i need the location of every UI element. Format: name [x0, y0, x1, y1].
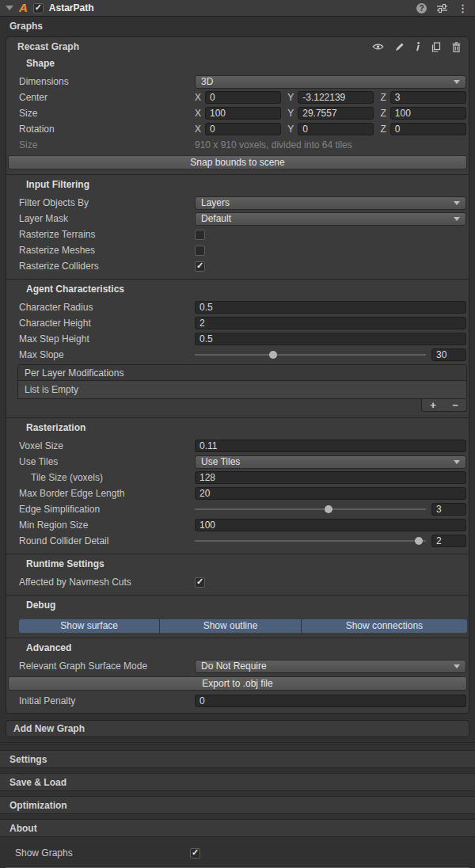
min-region-size-input[interactable]: 100	[195, 519, 466, 531]
show-connections-button[interactable]: Show connections	[302, 619, 467, 633]
voxel-size-label: Voxel Size	[19, 440, 195, 451]
presets-icon[interactable]	[437, 4, 447, 13]
edge-simplification-input[interactable]: 3	[431, 503, 466, 516]
axis-z-label: Z	[380, 108, 386, 119]
info-icon[interactable]	[416, 42, 420, 51]
help-icon[interactable]: ?	[416, 3, 427, 13]
surface-mode-dropdown[interactable]: Do Not Require	[195, 660, 466, 673]
size-label: Size	[19, 108, 195, 119]
rotation-z-input[interactable]: 0	[390, 123, 466, 135]
pencil-icon[interactable]	[395, 42, 405, 51]
input-filtering-section: Input Filtering Filter Objects By Layers…	[6, 174, 469, 274]
center-x-input[interactable]: 0	[205, 91, 281, 104]
layer-mask-dropdown[interactable]: Default	[195, 212, 466, 226]
axis-x-label: X	[195, 108, 201, 119]
section-optimization[interactable]: Optimization	[0, 796, 475, 814]
slider-handle[interactable]	[325, 505, 332, 513]
show-surface-button[interactable]: Show surface	[19, 619, 159, 633]
round-collider-detail-slider[interactable]	[195, 535, 426, 547]
axis-z-label: Z	[380, 92, 386, 103]
rasterize-meshes-checkbox[interactable]	[195, 246, 205, 256]
export-obj-button[interactable]: Export to .obj file	[8, 676, 467, 691]
duplicate-icon[interactable]	[431, 42, 441, 52]
max-slope-slider[interactable]	[195, 348, 426, 361]
filter-objects-by-label: Filter Objects By	[19, 197, 195, 208]
section-save-load[interactable]: Save & Load	[0, 773, 475, 791]
per-layer-modifications-header[interactable]: Per Layer Modifications	[18, 365, 466, 381]
list-add-button[interactable]: +	[430, 401, 436, 410]
size-y-input[interactable]: 29.7557	[298, 107, 374, 120]
debug-heading: Debug	[6, 596, 469, 615]
layer-mask-row: Layer Mask Default	[6, 211, 469, 227]
character-height-input[interactable]: 2	[195, 317, 466, 329]
character-height-row: Character Height 2	[6, 315, 469, 331]
max-step-height-label: Max Step Height	[19, 333, 195, 345]
axis-y-label: Y	[287, 92, 294, 103]
trash-icon[interactable]	[452, 42, 461, 52]
per-layer-modifications-list: Per Layer Modifications List is Empty	[17, 364, 467, 399]
debug-buttons: Show surface Show outline Show connectio…	[19, 619, 467, 633]
component-enabled-checkbox[interactable]	[33, 3, 44, 13]
filter-objects-by-dropdown[interactable]: Layers	[195, 196, 466, 210]
use-tiles-row: Use Tiles Use Tiles	[6, 454, 469, 470]
list-remove-button[interactable]: −	[452, 401, 458, 410]
recast-graph-toolbar	[372, 42, 461, 52]
divider	[0, 742, 475, 745]
rotation-x-input[interactable]: 0	[205, 123, 281, 135]
show-graphs-checkbox[interactable]	[190, 848, 200, 858]
runtime-settings-section: Runtime Settings Affected by Navmesh Cut…	[6, 554, 469, 590]
size-x-input[interactable]: 100	[205, 107, 281, 120]
slider-handle[interactable]	[269, 351, 277, 359]
snap-bounds-button[interactable]: Snap bounds to scene	[8, 155, 467, 169]
section-about[interactable]: About	[0, 819, 475, 837]
max-slope-label: Max Slope	[19, 349, 195, 360]
rotation-y-input[interactable]: 0	[298, 123, 374, 135]
slider-handle[interactable]	[415, 537, 423, 545]
tile-size-input[interactable]: 128	[195, 471, 466, 484]
min-region-size-label: Min Region Size	[19, 520, 195, 531]
max-step-height-input[interactable]: 0.5	[195, 333, 466, 345]
slider-track	[195, 540, 426, 542]
center-row: Center X 0 Y -3.122139 Z 3	[6, 89, 469, 105]
menu-icon[interactable]: ⋮	[458, 3, 468, 13]
add-new-graph-button[interactable]: Add New Graph	[6, 720, 469, 737]
graphs-section-heading[interactable]: Graphs	[0, 17, 475, 36]
voxel-size-input[interactable]: 0.11	[195, 440, 466, 452]
affected-by-navmesh-cuts-row: Affected by Navmesh Cuts	[6, 574, 469, 590]
center-label: Center	[19, 92, 195, 103]
header-toolbar: ? ⋮	[416, 3, 468, 13]
size-vector: X 100 Y 29.7557 Z 100	[195, 107, 466, 120]
max-border-edge-length-row: Max Border Edge Length 20	[6, 485, 469, 501]
initial-penalty-input[interactable]: 0	[195, 695, 466, 707]
max-slope-input[interactable]: 30	[431, 348, 466, 361]
character-radius-label: Character Radius	[19, 302, 195, 313]
rasterize-terrains-row: Rasterize Terrains	[6, 227, 469, 242]
debug-section: Debug Show surface Show outline Show con…	[6, 595, 469, 633]
initial-penalty-row: Initial Penalty 0	[6, 693, 469, 709]
character-height-label: Character Height	[19, 318, 195, 329]
center-z-input[interactable]: 3	[390, 91, 466, 104]
center-y-input[interactable]: -3.122139	[298, 91, 374, 104]
character-radius-input[interactable]: 0.5	[195, 301, 466, 314]
section-settings[interactable]: Settings	[0, 750, 475, 768]
use-tiles-dropdown[interactable]: Use Tiles	[195, 455, 466, 469]
dimensions-dropdown[interactable]: 3D	[195, 75, 466, 89]
show-outline-button[interactable]: Show outline	[160, 619, 300, 633]
character-radius-row: Character Radius 0.5	[6, 299, 469, 315]
max-border-edge-length-input[interactable]: 20	[195, 487, 466, 500]
chevron-down-icon	[454, 201, 460, 205]
recast-graph-header[interactable]: Recast Graph	[6, 37, 469, 54]
show-graphs-label: Show Graphs	[15, 847, 190, 858]
affected-by-navmesh-cuts-checkbox[interactable]	[195, 577, 205, 588]
eye-icon[interactable]	[372, 43, 384, 51]
size-z-input[interactable]: 100	[390, 107, 466, 120]
edge-simplification-slider[interactable]	[195, 503, 426, 516]
foldout-arrow-icon[interactable]	[6, 6, 13, 10]
rasterize-terrains-checkbox[interactable]	[195, 230, 205, 240]
rasterize-colliders-checkbox[interactable]	[195, 261, 205, 272]
advanced-heading: Advanced	[6, 638, 469, 658]
chevron-down-icon	[454, 664, 460, 668]
round-collider-detail-input[interactable]: 2	[431, 535, 466, 547]
agent-characteristics-heading: Agent Characteristics	[6, 280, 469, 299]
voxel-size-row: Voxel Size 0.11	[6, 438, 469, 454]
